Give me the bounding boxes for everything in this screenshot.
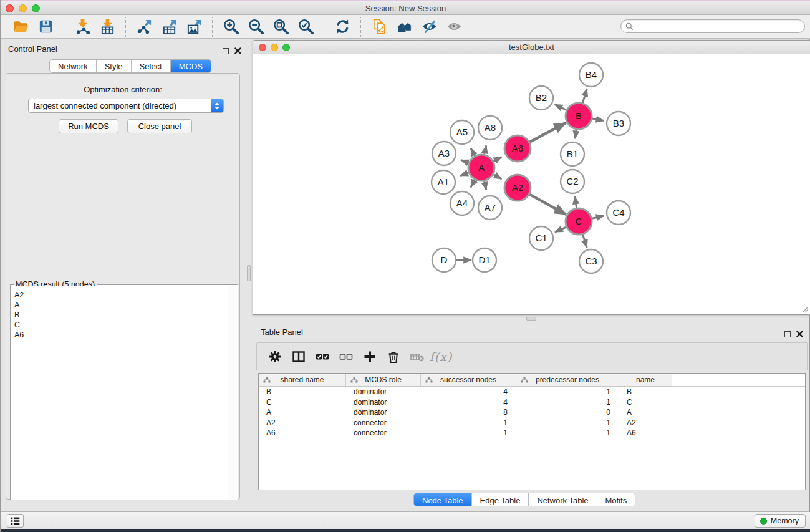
memory-label: Memory: [771, 516, 799, 525]
table-row[interactable]: A2connector11A2: [259, 418, 805, 428]
settings-icon[interactable]: [264, 347, 286, 366]
delete-table-icon[interactable]: [407, 347, 428, 366]
zoom-out-icon[interactable]: [246, 17, 265, 36]
table-tab-edge-table[interactable]: Edge Table: [472, 493, 529, 506]
save-session-icon[interactable]: [36, 17, 55, 36]
deselect-all-checkbox-icon[interactable]: [335, 347, 357, 366]
graph-edge-A-A3[interactable]: [461, 160, 468, 163]
table-cell: A6: [259, 428, 346, 438]
window-resize-grip[interactable]: [800, 304, 809, 313]
result-list-item[interactable]: A6: [14, 330, 224, 340]
column-header-MCDS-role[interactable]: MCDS role: [346, 374, 421, 386]
tab-network[interactable]: Network: [50, 60, 97, 72]
vertical-splitter-grip[interactable]: [247, 265, 251, 281]
result-list-item[interactable]: C: [14, 320, 224, 330]
network-window-titlebar[interactable]: testGlobe.txt: [253, 41, 810, 54]
result-list-item[interactable]: A: [14, 300, 224, 310]
export-network-icon[interactable]: [135, 17, 153, 36]
export-table-icon[interactable]: [160, 17, 178, 36]
graph-edge-A-A2[interactable]: [493, 175, 501, 179]
column-header-predecessor-nodes[interactable]: predecessor nodes: [516, 374, 619, 386]
zoom-fit-icon[interactable]: [271, 17, 290, 36]
graph-edge-C-C1[interactable]: [555, 227, 566, 232]
select-all-checkbox-icon[interactable]: [312, 347, 333, 366]
zoom-selected-icon[interactable]: [296, 17, 315, 36]
column-header-name[interactable]: name: [619, 374, 672, 386]
search-input[interactable]: [634, 21, 804, 32]
open-session-icon[interactable]: [11, 17, 30, 36]
graph-edge-B-B4[interactable]: [582, 89, 587, 103]
close-panel-button[interactable]: Close panel: [127, 119, 192, 133]
column-header-successor-nodes[interactable]: successor nodes: [421, 374, 516, 386]
refresh-icon[interactable]: [333, 17, 352, 36]
table-cell: dominator: [346, 397, 421, 408]
table-row[interactable]: Adominator80A: [259, 407, 805, 418]
float-panel-icon[interactable]: [223, 48, 229, 54]
graph-edge-A-A7[interactable]: [485, 181, 486, 190]
home-view-icon[interactable]: [395, 17, 413, 36]
memory-button[interactable]: Memory: [755, 514, 806, 528]
table-cell: 4: [421, 387, 516, 397]
graph-node-label-D: D: [441, 254, 448, 265]
horizontal-splitter-grip[interactable]: [526, 317, 536, 321]
network-view-window: testGlobe.txt B4B2BB3A5A8A6A3B1AA1C2A2A4…: [253, 40, 810, 315]
tab-select[interactable]: Select: [132, 60, 171, 72]
hide-graphics-details-icon[interactable]: [420, 17, 438, 36]
tab-mcds[interactable]: MCDS: [171, 60, 211, 72]
copy-network-icon[interactable]: [370, 17, 388, 36]
split-panel-icon[interactable]: [288, 347, 309, 366]
table-tab-node-table[interactable]: Node Table: [414, 493, 472, 506]
graph-edge-A-A4[interactable]: [471, 180, 475, 187]
table-row[interactable]: Cdominator41C: [259, 397, 805, 408]
graph-node-label-A2: A2: [512, 182, 523, 193]
network-canvas[interactable]: B4B2BB3A5A8A6A3B1AA1C2A2A4A7CC4C1C3DD1: [253, 54, 810, 314]
table-cell: 1: [421, 418, 516, 428]
table-row[interactable]: Bdominator41B: [259, 387, 805, 397]
tab-style[interactable]: Style: [97, 60, 132, 72]
delete-column-icon[interactable]: [383, 347, 404, 366]
table-tab-motifs[interactable]: Motifs: [597, 493, 635, 506]
import-table-icon[interactable]: [98, 17, 117, 36]
task-history-button[interactable]: [7, 514, 24, 528]
table-header-row: shared nameMCDS rolesuccessor nodesprede…: [259, 374, 805, 387]
export-image-icon[interactable]: [185, 17, 203, 36]
import-network-icon[interactable]: [73, 17, 92, 36]
float-table-panel-icon[interactable]: [784, 331, 791, 337]
application-window: Session: New Session Control Panel Netwo…: [0, 0, 810, 532]
graph-edge-A6-B[interactable]: [529, 123, 566, 142]
zoom-in-icon[interactable]: [221, 17, 240, 36]
graph-edge-B-B2[interactable]: [555, 104, 567, 110]
table-tab-network-table[interactable]: Network Table: [529, 493, 597, 506]
close-table-panel-icon[interactable]: [796, 329, 803, 340]
graph-node-label-B2: B2: [536, 92, 547, 103]
function-builder-label: f(x): [430, 350, 453, 364]
graph-edge-C-C3[interactable]: [583, 235, 587, 248]
toolbar-separator: [125, 17, 126, 37]
result-list-item[interactable]: B: [14, 310, 224, 320]
table-cell: C: [619, 397, 672, 408]
result-list-item[interactable]: A2: [14, 290, 224, 300]
graph-node-label-A: A: [478, 162, 485, 173]
graph-node-label-A3: A3: [438, 148, 450, 158]
graph-edge-A-A5[interactable]: [471, 148, 475, 155]
graph-edge-A2-C[interactable]: [529, 195, 566, 215]
graph-edge-A-A8[interactable]: [485, 145, 486, 154]
run-mcds-button[interactable]: Run MCDS: [59, 119, 118, 133]
close-panel-icon[interactable]: [234, 46, 241, 57]
criterion-dropdown[interactable]: largest connected component (directed): [28, 99, 224, 113]
graph-edge-A-A6[interactable]: [493, 157, 501, 162]
column-header-shared-name[interactable]: shared name: [259, 374, 346, 386]
add-column-icon[interactable]: [359, 347, 380, 366]
graph-edge-B-B1[interactable]: [575, 130, 576, 139]
graph-node-label-C2: C2: [566, 176, 578, 186]
graph-edge-A-A1[interactable]: [460, 173, 468, 176]
graph-edge-C-C2[interactable]: [575, 196, 577, 208]
column-header-label: MCDS role: [365, 375, 402, 384]
function-builder-icon[interactable]: f(x): [430, 347, 451, 366]
table-row[interactable]: A6connector11A6: [259, 428, 805, 438]
graph-edge-B-B3[interactable]: [592, 118, 604, 121]
show-graphics-details-icon[interactable]: [445, 17, 463, 36]
table-cell: 1: [516, 397, 619, 408]
result-scrollbar[interactable]: [228, 286, 237, 499]
graph-edge-C-C4[interactable]: [592, 216, 604, 218]
